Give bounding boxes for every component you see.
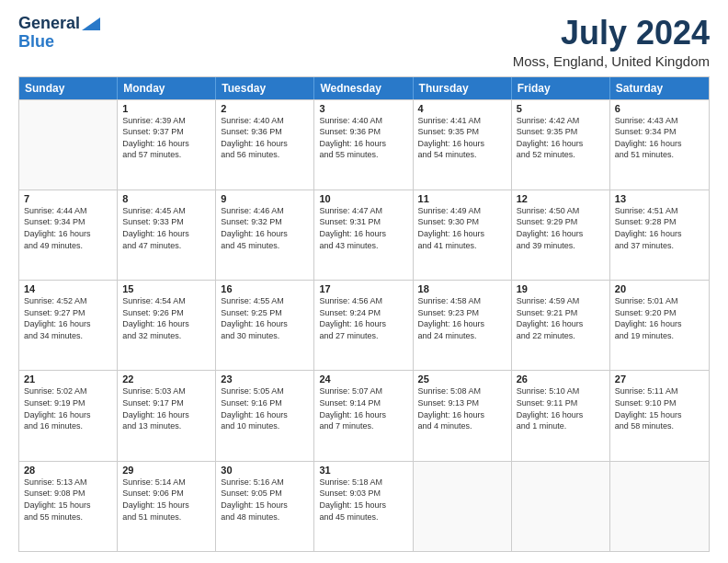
calendar-body: 1Sunrise: 4:39 AMSunset: 9:37 PMDaylight… [19,99,709,551]
logo: General Blue [18,15,100,52]
calendar: SundayMondayTuesdayWednesdayThursdayFrid… [18,76,710,552]
day-18: 18Sunrise: 4:58 AMSunset: 9:23 PMDayligh… [414,281,512,370]
day-info: Sunrise: 4:44 AMSunset: 9:34 PMDaylight:… [24,205,112,251]
day-number: 25 [418,373,506,385]
day-info: Sunrise: 4:58 AMSunset: 9:23 PMDaylight:… [418,295,506,341]
header-wednesday: Wednesday [314,77,413,99]
day-number: 4 [418,103,506,114]
calendar-subtitle: Moss, England, United Kingdom [513,53,710,69]
day-info: Sunrise: 4:50 AMSunset: 9:29 PMDaylight:… [517,205,605,251]
logo-icon [82,17,100,30]
day-number: 7 [24,193,112,204]
day-number: 24 [319,373,407,385]
day-23: 23Sunrise: 5:05 AMSunset: 9:16 PMDayligh… [216,371,314,460]
day-21: 21Sunrise: 5:02 AMSunset: 9:19 PMDayligh… [19,371,118,460]
day-info: Sunrise: 4:55 AMSunset: 9:25 PMDaylight:… [221,295,309,341]
day-8: 8Sunrise: 4:45 AMSunset: 9:33 PMDaylight… [118,190,216,280]
day-info: Sunrise: 4:40 AMSunset: 9:36 PMDaylight:… [319,115,407,161]
page: General Blue July 2024 Moss, England, Un… [0,0,728,563]
day-info: Sunrise: 5:11 AMSunset: 9:10 PMDaylight:… [615,385,704,431]
header-friday: Friday [512,77,610,99]
day-17: 17Sunrise: 4:56 AMSunset: 9:24 PMDayligh… [314,281,413,370]
day-number: 5 [517,103,605,114]
header: General Blue July 2024 Moss, England, Un… [18,15,710,69]
day-info: Sunrise: 4:51 AMSunset: 9:28 PMDaylight:… [615,205,704,251]
day-info: Sunrise: 5:18 AMSunset: 9:03 PMDaylight:… [319,477,407,523]
day-number: 27 [615,373,704,385]
day-number: 21 [24,373,112,385]
day-number: 28 [24,465,112,476]
empty-cell [512,462,610,551]
empty-cell [19,100,118,190]
day-number: 8 [122,193,210,204]
day-28: 28Sunrise: 5:13 AMSunset: 9:08 PMDayligh… [19,462,118,551]
calendar-header: SundayMondayTuesdayWednesdayThursdayFrid… [19,77,709,99]
day-info: Sunrise: 4:41 AMSunset: 9:35 PMDaylight:… [418,115,506,161]
day-number: 30 [221,465,309,476]
header-sunday: Sunday [19,77,118,99]
day-info: Sunrise: 5:10 AMSunset: 9:11 PMDaylight:… [517,385,605,431]
day-number: 26 [517,373,605,385]
empty-cell [414,462,512,551]
day-29: 29Sunrise: 5:14 AMSunset: 9:06 PMDayligh… [118,462,216,551]
day-number: 13 [615,193,704,204]
day-info: Sunrise: 4:54 AMSunset: 9:26 PMDaylight:… [122,295,210,341]
day-9: 9Sunrise: 4:46 AMSunset: 9:32 PMDaylight… [216,190,314,280]
day-number: 15 [122,283,210,294]
day-number: 12 [517,193,605,204]
day-13: 13Sunrise: 4:51 AMSunset: 9:28 PMDayligh… [610,190,709,280]
day-info: Sunrise: 5:03 AMSunset: 9:17 PMDaylight:… [122,385,210,431]
day-number: 31 [319,465,407,476]
day-12: 12Sunrise: 4:50 AMSunset: 9:29 PMDayligh… [512,190,610,280]
day-info: Sunrise: 5:16 AMSunset: 9:05 PMDaylight:… [221,477,309,523]
day-1: 1Sunrise: 4:39 AMSunset: 9:37 PMDaylight… [118,100,216,190]
day-info: Sunrise: 4:49 AMSunset: 9:30 PMDaylight:… [418,205,506,251]
week-row-5: 28Sunrise: 5:13 AMSunset: 9:08 PMDayligh… [19,461,709,551]
title-block: July 2024 Moss, England, United Kingdom [513,15,710,69]
day-number: 17 [319,283,407,294]
day-info: Sunrise: 5:14 AMSunset: 9:06 PMDaylight:… [122,477,210,523]
day-6: 6Sunrise: 4:43 AMSunset: 9:34 PMDaylight… [610,100,709,190]
week-row-1: 1Sunrise: 4:39 AMSunset: 9:37 PMDaylight… [19,99,709,190]
week-row-2: 7Sunrise: 4:44 AMSunset: 9:34 PMDaylight… [19,190,709,280]
day-14: 14Sunrise: 4:52 AMSunset: 9:27 PMDayligh… [19,281,118,370]
day-info: Sunrise: 4:39 AMSunset: 9:37 PMDaylight:… [122,115,210,161]
header-monday: Monday [118,77,216,99]
logo-blue: Blue [18,33,54,52]
day-number: 22 [122,373,210,385]
empty-cell [610,462,709,551]
day-number: 1 [122,103,210,114]
day-30: 30Sunrise: 5:16 AMSunset: 9:05 PMDayligh… [216,462,314,551]
day-info: Sunrise: 5:01 AMSunset: 9:20 PMDaylight:… [615,295,704,341]
day-info: Sunrise: 5:07 AMSunset: 9:14 PMDaylight:… [319,385,407,431]
day-27: 27Sunrise: 5:11 AMSunset: 9:10 PMDayligh… [610,371,709,460]
day-number: 9 [221,193,309,204]
day-number: 23 [221,373,309,385]
day-number: 3 [319,103,407,114]
day-19: 19Sunrise: 4:59 AMSunset: 9:21 PMDayligh… [512,281,610,370]
day-info: Sunrise: 5:13 AMSunset: 9:08 PMDaylight:… [24,477,112,523]
day-number: 11 [418,193,506,204]
day-info: Sunrise: 4:46 AMSunset: 9:32 PMDaylight:… [221,205,309,251]
day-4: 4Sunrise: 4:41 AMSunset: 9:35 PMDaylight… [414,100,512,190]
day-11: 11Sunrise: 4:49 AMSunset: 9:30 PMDayligh… [414,190,512,280]
day-number: 18 [418,283,506,294]
day-15: 15Sunrise: 4:54 AMSunset: 9:26 PMDayligh… [118,281,216,370]
day-25: 25Sunrise: 5:08 AMSunset: 9:13 PMDayligh… [414,371,512,460]
day-number: 2 [221,103,309,114]
day-info: Sunrise: 4:52 AMSunset: 9:27 PMDaylight:… [24,295,112,341]
day-info: Sunrise: 4:56 AMSunset: 9:24 PMDaylight:… [319,295,407,341]
day-20: 20Sunrise: 5:01 AMSunset: 9:20 PMDayligh… [610,281,709,370]
day-31: 31Sunrise: 5:18 AMSunset: 9:03 PMDayligh… [314,462,413,551]
day-number: 10 [319,193,407,204]
header-tuesday: Tuesday [216,77,314,99]
day-3: 3Sunrise: 4:40 AMSunset: 9:36 PMDaylight… [314,100,413,190]
day-26: 26Sunrise: 5:10 AMSunset: 9:11 PMDayligh… [512,371,610,460]
day-number: 16 [221,283,309,294]
day-info: Sunrise: 5:08 AMSunset: 9:13 PMDaylight:… [418,385,506,431]
day-16: 16Sunrise: 4:55 AMSunset: 9:25 PMDayligh… [216,281,314,370]
day-10: 10Sunrise: 4:47 AMSunset: 9:31 PMDayligh… [314,190,413,280]
day-2: 2Sunrise: 4:40 AMSunset: 9:36 PMDaylight… [216,100,314,190]
day-info: Sunrise: 4:59 AMSunset: 9:21 PMDaylight:… [517,295,605,341]
day-number: 19 [517,283,605,294]
